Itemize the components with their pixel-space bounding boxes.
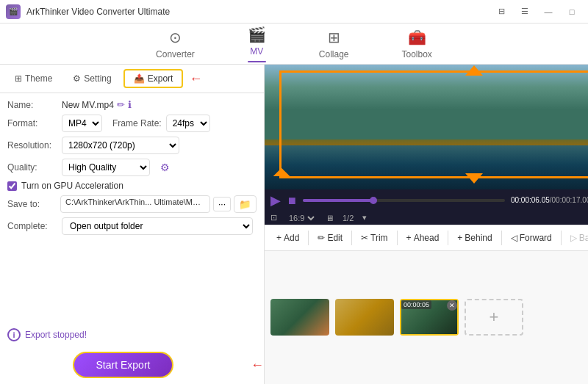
nav-collage-label: Collage — [319, 49, 349, 59]
export-status: i Export stopped! — [0, 324, 264, 346]
resolution-select[interactable]: 1280x720 (720p) — [62, 137, 179, 154]
left-panel: ⊞ Theme ⚙ Setting 📤 Export ← Name: New M… — [0, 65, 265, 384]
export-button-row: Start Export ← — [0, 346, 264, 384]
page-dropdown-icon[interactable]: ▾ — [362, 213, 367, 222]
quality-settings-icon[interactable]: ⚙ — [160, 162, 170, 173]
secondary-controls: ⊡ 16:9 🖥 1/2 ▾ — [265, 211, 588, 225]
browse-dots-btn[interactable]: ··· — [213, 197, 231, 211]
display-icon: 🖥 — [326, 214, 334, 222]
name-value: New MV.mp4 — [62, 100, 114, 110]
folder-icon: 📁 — [239, 199, 251, 210]
saveto-row: Save to: C:\ArkThinker\ArkThin... Ultima… — [7, 195, 257, 213]
main-area: ⊞ Theme ⚙ Setting 📤 Export ← Name: New M… — [0, 65, 588, 384]
progress-dot — [370, 197, 377, 204]
setting-icon: ⚙ — [73, 73, 81, 84]
sep1 — [308, 231, 309, 245]
framerate-label: Frame Rate: — [112, 118, 162, 128]
add-button[interactable]: + Add — [270, 230, 305, 246]
complete-select[interactable]: Open output folder — [62, 217, 253, 235]
nav-mv[interactable]: 🎬 MV — [236, 23, 278, 65]
video-preview — [265, 65, 588, 189]
resolution-row: Resolution: 1280x720 (720p) — [7, 137, 257, 154]
sep3 — [397, 231, 398, 245]
stop-button[interactable]: ⏹ — [287, 195, 297, 206]
behind-button[interactable]: + Behind — [451, 230, 498, 246]
trim-button[interactable]: ✂ Trim — [355, 230, 394, 246]
ahead-icon: + — [406, 233, 412, 243]
nav-converter-label: Converter — [156, 49, 195, 59]
nav-converter[interactable]: ⊙ Converter — [144, 26, 207, 62]
clip-1[interactable] — [270, 299, 329, 336]
sep5 — [501, 231, 502, 245]
forward-icon: ◁ — [511, 233, 517, 243]
add-icon: + — [276, 233, 282, 243]
form-area: Name: New MV.mp4 ✏ ℹ Format: MP4 Frame R… — [0, 93, 264, 324]
progress-fill — [303, 199, 373, 202]
edit-icon: ✏ — [318, 233, 325, 243]
subtitle-btn[interactable]: ⊟ — [491, 4, 512, 19]
name-value-row: New MV.mp4 ✏ ℹ — [62, 99, 132, 110]
complete-row: Complete: Open output folder — [7, 217, 257, 235]
quality-select[interactable]: High Quality — [62, 159, 150, 176]
toolbar: + Add ✏ Edit ✂ Trim + Ahead + Behind — [265, 225, 588, 251]
tab-theme-label: Theme — [25, 73, 52, 84]
page-indicator: 1/2 — [343, 214, 354, 222]
collage-icon: ⊞ — [328, 29, 340, 46]
forward-button[interactable]: ◁ Forward — [505, 230, 558, 246]
add-clip-button[interactable]: + — [465, 299, 523, 336]
minimize-btn[interactable]: — — [538, 4, 559, 19]
gpu-row: Turn on GPU Acceleration — [7, 181, 257, 191]
sep4 — [448, 231, 448, 245]
clip-3-badge: 00:00:05 — [401, 300, 431, 309]
ratio-select[interactable]: 16:9 — [286, 213, 317, 223]
nav-toolbox[interactable]: 🧰 Toolbox — [390, 26, 444, 62]
resolution-label: Resolution: — [7, 140, 57, 151]
framerate-select[interactable]: 24fps — [166, 115, 210, 132]
format-row: Format: MP4 Frame Rate: 24fps — [7, 115, 257, 132]
backward-button[interactable]: ▷ Backward — [564, 230, 588, 246]
tab-theme[interactable]: ⊞ Theme — [6, 70, 61, 87]
name-label: Name: — [7, 100, 57, 110]
edit-button[interactable]: ✏ Edit — [312, 230, 348, 246]
format-label: Format: — [7, 118, 57, 128]
ahead-label: Ahead — [414, 233, 440, 243]
ahead-button[interactable]: + Ahead — [401, 230, 445, 246]
menu-btn[interactable]: ☰ — [514, 4, 535, 19]
folder-btn[interactable]: 📁 — [234, 195, 257, 213]
tab-export-label: Export — [148, 73, 173, 84]
time-total: 00:00:17.00 — [552, 196, 588, 204]
nav-collage[interactable]: ⊞ Collage — [307, 26, 361, 62]
quality-label: Quality: — [7, 162, 57, 173]
window-controls: ⊟ ☰ — □ — [491, 4, 582, 19]
video-bg — [265, 65, 588, 189]
tab-export[interactable]: 📤 Export — [123, 69, 184, 88]
add-label: Add — [284, 233, 299, 243]
play-button[interactable]: ▶ — [270, 192, 281, 209]
edit-label: Edit — [327, 233, 343, 243]
info-icon[interactable]: ℹ — [128, 99, 132, 110]
theme-icon: ⊞ — [15, 73, 22, 84]
export-status-text: Export stopped! — [25, 330, 87, 340]
mv-icon: 🎬 — [248, 26, 266, 43]
save-path: C:\ArkThinker\ArkThin... Ultimate\MV Exp… — [60, 195, 210, 213]
toolbox-icon: 🧰 — [408, 29, 426, 46]
tab-setting[interactable]: ⚙ Setting — [64, 70, 120, 87]
behind-label: Behind — [465, 233, 492, 243]
edit-name-icon[interactable]: ✏ — [117, 99, 125, 110]
nav-bar: ⊙ Converter 🎬 MV ⊞ Collage 🧰 Toolbox — [0, 23, 588, 65]
gpu-checkbox[interactable] — [7, 181, 17, 191]
clip-2[interactable] — [335, 299, 394, 336]
nav-mv-label: MV — [250, 46, 263, 57]
export-arrow: ← — [189, 71, 202, 87]
progress-bar[interactable] — [303, 199, 505, 202]
export-icon: 📤 — [134, 73, 145, 84]
maximize-btn[interactable]: □ — [562, 4, 582, 19]
trim-label: Trim — [370, 233, 388, 243]
format-select[interactable]: MP4 — [62, 115, 102, 132]
sep2 — [351, 231, 352, 245]
start-export-button[interactable]: Start Export — [73, 352, 174, 378]
gpu-label: Turn on GPU Acceleration — [21, 181, 123, 191]
start-export-arrow: ← — [251, 358, 264, 373]
title-bar: 🎬 ArkThinker Video Converter Ultimate ⊟ … — [0, 0, 588, 23]
clip-3[interactable]: 00:00:05 ✕ — [400, 299, 459, 336]
